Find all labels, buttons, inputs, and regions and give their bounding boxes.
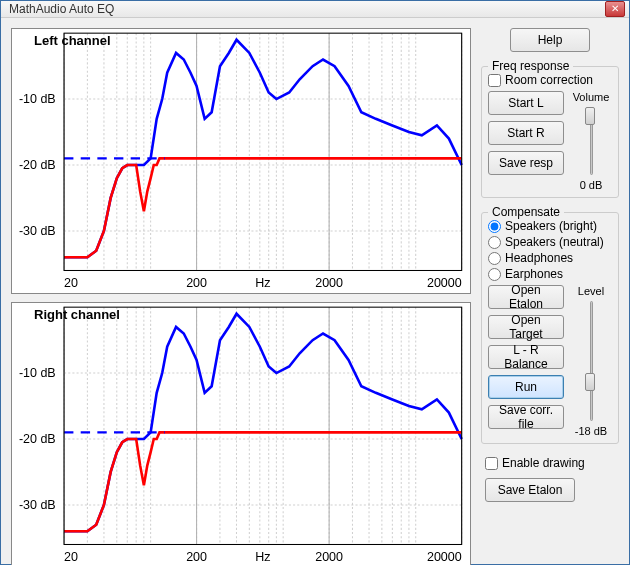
svg-text:20: 20: [64, 551, 78, 565]
svg-text:20000: 20000: [427, 551, 462, 565]
level-value: -18 dB: [575, 425, 607, 437]
svg-text:200: 200: [186, 276, 207, 290]
titlebar: MathAudio Auto EQ ✕: [1, 1, 629, 18]
svg-text:-10 dB: -10 dB: [19, 92, 56, 106]
compensate-title: Compensate: [488, 205, 564, 219]
enable-drawing-checkbox[interactable]: Enable drawing: [485, 456, 619, 470]
volume-thumb[interactable]: [585, 107, 595, 125]
radio-earphones[interactable]: Earphones: [488, 267, 612, 281]
svg-text:-10 dB: -10 dB: [19, 367, 56, 381]
save-resp-button[interactable]: Save resp: [488, 151, 564, 175]
save-etalon-button[interactable]: Save Etalon: [485, 478, 575, 502]
level-label: Level: [578, 285, 604, 297]
svg-text:2000: 2000: [315, 276, 343, 290]
radio-speakers-neutral[interactable]: Speakers (neutral): [488, 235, 612, 249]
chart-right-channel: Right channel -10 dB-20 dB-30 dB20200Hz2…: [11, 302, 471, 565]
volume-label: Volume: [573, 91, 610, 103]
lr-balance-button[interactable]: L - R Balance: [488, 345, 564, 369]
help-button[interactable]: Help: [510, 28, 590, 52]
open-target-button[interactable]: Open Target: [488, 315, 564, 339]
freq-response-group: Freq response Room correction Start L St…: [481, 66, 619, 198]
chart-title-right: Right channel: [34, 307, 120, 322]
chart-svg-left: -10 dB-20 dB-30 dB20200Hz200020000: [12, 29, 470, 293]
freq-response-title: Freq response: [488, 59, 573, 73]
enable-drawing-label: Enable drawing: [502, 456, 585, 470]
volume-value: 0 dB: [580, 179, 603, 191]
svg-text:200: 200: [186, 551, 207, 565]
side-panel: Help Freq response Room correction Start…: [481, 28, 619, 565]
room-correction-input[interactable]: [488, 74, 501, 87]
svg-text:Hz: Hz: [255, 551, 270, 565]
level-slider[interactable]: [581, 301, 601, 421]
svg-text:-20 dB: -20 dB: [19, 433, 56, 447]
volume-slider-col: Volume 0 dB: [570, 91, 612, 191]
enable-drawing-input[interactable]: [485, 457, 498, 470]
compensate-group: Compensate Speakers (bright) Speakers (n…: [481, 212, 619, 444]
charts-column: Left channel -10 dB-20 dB-30 dB20200Hz20…: [11, 28, 471, 565]
svg-text:-20 dB: -20 dB: [19, 158, 56, 172]
level-slider-col: Level -18 dB: [570, 285, 612, 437]
chart-title-left: Left channel: [34, 33, 111, 48]
room-correction-label: Room correction: [505, 73, 593, 87]
start-l-button[interactable]: Start L: [488, 91, 564, 115]
volume-slider[interactable]: [581, 107, 601, 175]
radio-speakers-bright[interactable]: Speakers (bright): [488, 219, 612, 233]
svg-rect-81: [64, 308, 462, 545]
svg-text:-30 dB: -30 dB: [19, 498, 56, 512]
svg-text:20: 20: [64, 276, 78, 290]
radio-headphones[interactable]: Headphones: [488, 251, 612, 265]
freq-buttons: Start L Start R Save resp: [488, 91, 564, 175]
window-title: MathAudio Auto EQ: [5, 2, 605, 16]
level-thumb[interactable]: [585, 373, 595, 391]
level-track: [590, 301, 593, 421]
open-etalon-button[interactable]: Open Etalon: [488, 285, 564, 309]
close-button[interactable]: ✕: [605, 1, 625, 17]
content-area: Left channel -10 dB-20 dB-30 dB20200Hz20…: [1, 18, 629, 565]
chart-svg-right: -10 dB-20 dB-30 dB20200Hz200020000: [12, 303, 470, 565]
close-icon: ✕: [611, 4, 619, 14]
run-button[interactable]: Run: [488, 375, 564, 399]
chart-left-channel: Left channel -10 dB-20 dB-30 dB20200Hz20…: [11, 28, 471, 294]
start-r-button[interactable]: Start R: [488, 121, 564, 145]
svg-text:-30 dB: -30 dB: [19, 224, 56, 238]
app-window: MathAudio Auto EQ ✕ Left channel -10 dB-…: [0, 0, 630, 565]
svg-text:Hz: Hz: [255, 276, 270, 290]
compensate-buttons: Open Etalon Open Target L - R Balance Ru…: [488, 285, 564, 429]
svg-text:20000: 20000: [427, 276, 462, 290]
svg-text:2000: 2000: [315, 551, 343, 565]
room-correction-checkbox[interactable]: Room correction: [488, 73, 612, 87]
save-corr-button[interactable]: Save corr. file: [488, 405, 564, 429]
svg-rect-40: [64, 33, 462, 270]
